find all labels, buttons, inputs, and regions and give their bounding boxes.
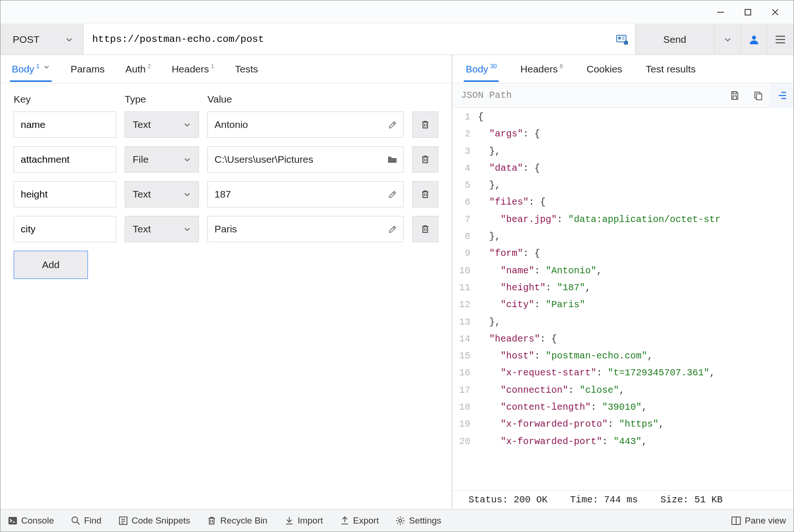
send-button-label: Send <box>663 34 686 45</box>
bottom-label: Code Snippets <box>132 516 191 526</box>
terminal-icon <box>8 516 17 525</box>
key-input[interactable] <box>14 146 116 173</box>
request-tabs: Body 1 Params Auth 2 Headers 1 Tests <box>0 55 452 83</box>
request-pane: Body 1 Params Auth 2 Headers 1 Tests <box>0 55 453 509</box>
svg-point-47 <box>399 519 402 522</box>
edit-icon[interactable] <box>388 224 397 234</box>
value-cell[interactable]: Antonio <box>207 111 404 138</box>
value-cell[interactable]: Paris <box>207 216 404 242</box>
key-input[interactable] <box>14 181 116 207</box>
type-label: Text <box>133 119 151 130</box>
value-text: C:\Users\user\Pictures <box>214 154 383 165</box>
snippet-icon <box>119 516 128 525</box>
tab-params[interactable]: Params <box>69 57 106 81</box>
type-select[interactable]: File <box>125 146 199 173</box>
bottom-label: Export <box>353 516 379 526</box>
url-input[interactable] <box>84 24 611 55</box>
svg-rect-33 <box>8 517 17 524</box>
edit-icon[interactable] <box>388 120 397 129</box>
value-cell[interactable]: C:\Users\user\Pictures <box>207 146 404 173</box>
credentials-icon[interactable]: i <box>611 29 632 50</box>
format-icon[interactable] <box>770 83 794 108</box>
bottom-import[interactable]: Import <box>285 516 323 526</box>
tab-tests[interactable]: Tests <box>233 57 260 81</box>
delete-row-button[interactable] <box>412 181 438 207</box>
form-column-headers: Key Type Value <box>14 94 438 105</box>
tab-response-test-results[interactable]: Test results <box>644 57 698 81</box>
window-close-button[interactable] <box>762 3 789 22</box>
tab-headers[interactable]: Headers 1 <box>170 57 216 81</box>
value-text: Paris <box>214 223 384 235</box>
bottom-pane-view[interactable]: Pane view <box>731 516 786 526</box>
chevron-down-icon <box>183 225 191 233</box>
bottom-label: Console <box>21 516 54 526</box>
form-row: TextAntonio <box>14 111 438 138</box>
tab-response-cookies[interactable]: Cookies <box>585 57 624 81</box>
url-actions: i <box>611 24 635 55</box>
tab-label: Auth <box>125 64 145 75</box>
jsonpath-input[interactable]: JSON Path <box>461 90 723 101</box>
delete-row-button[interactable] <box>412 146 438 173</box>
form-area: Key Type Value TextAntonioFileC:\Users\u… <box>0 83 452 289</box>
gear-icon <box>396 516 405 525</box>
bottom-snippets[interactable]: Code Snippets <box>119 516 191 526</box>
response-body[interactable]: 1234567891011121314151617181920 { "args"… <box>453 108 794 490</box>
type-select[interactable]: Text <box>125 111 199 138</box>
bottom-export[interactable]: Export <box>340 516 379 526</box>
tab-badge: 1 <box>36 63 40 70</box>
key-input[interactable] <box>14 216 116 242</box>
bottom-console[interactable]: Console <box>8 516 54 526</box>
svg-line-15 <box>393 123 395 124</box>
bottom-label: Pane view <box>745 516 786 526</box>
window-maximize-button[interactable] <box>734 3 762 22</box>
col-header-key: Key <box>14 94 116 105</box>
chevron-down-icon <box>183 191 191 198</box>
account-button[interactable] <box>741 24 767 55</box>
svg-point-6 <box>619 37 620 39</box>
bottom-recycle[interactable]: Recycle Bin <box>207 516 267 526</box>
tab-response-body[interactable]: Body 30 <box>464 57 499 81</box>
key-input[interactable] <box>14 111 116 138</box>
export-icon <box>340 516 349 525</box>
bottom-label: Settings <box>409 516 441 526</box>
line-gutter: 1234567891011121314151617181920 <box>453 108 475 490</box>
delete-row-button[interactable] <box>412 216 438 242</box>
request-bar: POST i Send <box>0 24 794 55</box>
value-text: 187 <box>214 189 384 200</box>
svg-point-35 <box>72 517 78 523</box>
tab-auth[interactable]: Auth 2 <box>123 57 152 81</box>
value-cell[interactable]: 187 <box>207 181 404 207</box>
window-minimize-button[interactable] <box>707 3 734 22</box>
size-block: Size: 51 KB <box>660 494 723 505</box>
svg-rect-1 <box>745 9 751 15</box>
tab-badge: 1 <box>211 63 214 70</box>
tab-badge: 30 <box>490 63 497 70</box>
form-row: FileC:\Users\user\Pictures <box>14 146 438 173</box>
send-button[interactable]: Send <box>635 24 715 55</box>
add-button[interactable]: Add <box>14 251 88 279</box>
type-select[interactable]: Text <box>125 216 199 242</box>
save-icon[interactable] <box>723 83 746 108</box>
type-select[interactable]: Text <box>125 181 199 207</box>
time-block: Time: 744 ms <box>570 494 638 505</box>
trash-icon <box>207 516 216 525</box>
edit-icon[interactable] <box>388 190 397 199</box>
svg-rect-26 <box>733 91 736 94</box>
chevron-down-icon <box>65 36 73 43</box>
tab-response-headers[interactable]: Headers 6 <box>518 57 565 81</box>
trash-icon <box>421 190 430 199</box>
svg-point-11 <box>752 35 755 39</box>
delete-row-button[interactable] <box>412 111 438 138</box>
send-options-button[interactable] <box>715 24 741 55</box>
menu-button[interactable] <box>767 24 794 55</box>
bottom-settings[interactable]: Settings <box>396 516 441 526</box>
tab-label: Body <box>466 64 488 75</box>
http-method-select[interactable]: POST <box>0 24 84 55</box>
folder-icon[interactable] <box>387 155 397 164</box>
form-row: TextParis <box>14 216 438 242</box>
bottom-label: Recycle Bin <box>220 516 267 526</box>
svg-line-20 <box>393 192 395 194</box>
copy-icon[interactable] <box>746 83 770 108</box>
bottom-find[interactable]: Find <box>71 516 102 526</box>
tab-body[interactable]: Body 1 <box>10 57 52 81</box>
